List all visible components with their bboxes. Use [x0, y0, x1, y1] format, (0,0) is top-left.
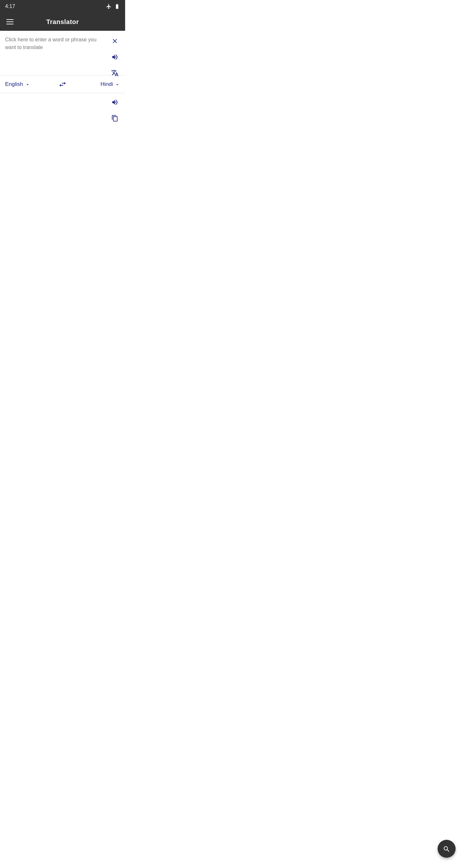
source-chevron-icon [25, 82, 30, 87]
input-section [0, 31, 125, 75]
translation-input[interactable] [5, 36, 104, 62]
speak-source-button[interactable] [110, 52, 120, 62]
battery-icon [114, 3, 120, 10]
output-action-icons [110, 97, 120, 123]
status-time: 4:17 [5, 3, 15, 9]
output-section [0, 93, 125, 271]
translation-output [5, 97, 104, 116]
menu-line-1 [6, 19, 13, 20]
app-bar: Translator [0, 13, 125, 31]
input-action-icons [110, 36, 120, 78]
app-title: Translator [46, 18, 79, 26]
source-language-label: English [5, 81, 23, 88]
copy-button[interactable] [110, 113, 120, 123]
status-bar: 4:17 [0, 0, 125, 13]
main-content: English Hindi [0, 31, 125, 271]
target-language-selector[interactable]: Hindi [85, 80, 120, 89]
swap-languages-button[interactable] [56, 79, 69, 90]
source-language-selector[interactable]: English [5, 80, 40, 89]
target-language-label: Hindi [100, 81, 113, 88]
menu-button[interactable] [5, 18, 15, 26]
clear-button[interactable] [110, 36, 120, 46]
translate-button[interactable] [110, 68, 120, 78]
target-chevron-icon [115, 82, 120, 87]
speak-target-button[interactable] [110, 97, 120, 107]
menu-line-2 [6, 22, 13, 22]
menu-line-3 [6, 24, 13, 24]
language-bar: English Hindi [0, 75, 125, 93]
status-icons [106, 3, 120, 10]
airplane-icon [106, 3, 112, 10]
